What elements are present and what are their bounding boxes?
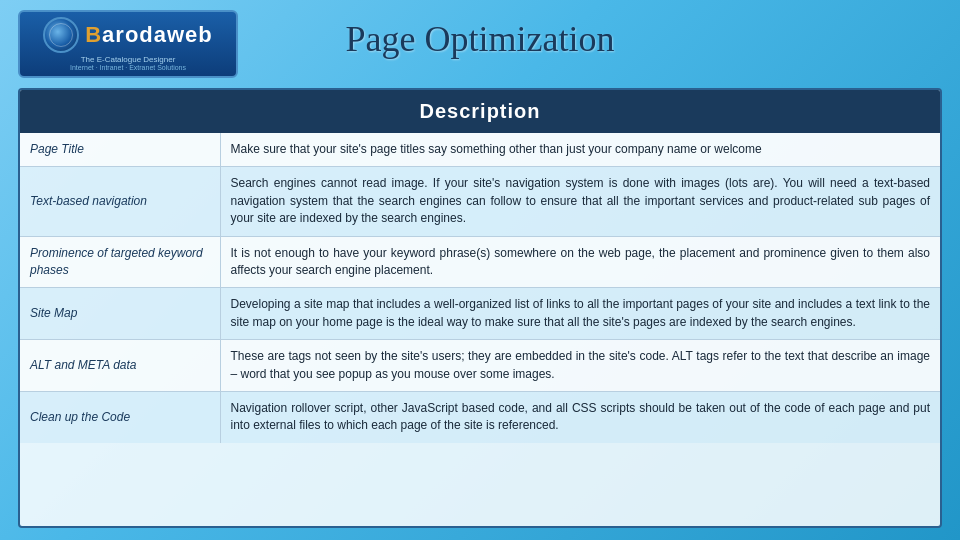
row-description: Navigation rollover script, other JavaSc… (220, 391, 940, 442)
row-description: Developing a site map that includes a we… (220, 288, 940, 340)
page-title: Page Optimization (0, 18, 960, 60)
row-label: ALT and META data (20, 340, 220, 392)
row-description: Search engines cannot read image. If you… (220, 167, 940, 236)
table-row: Prominence of targeted keyword phasesIt … (20, 236, 940, 288)
row-label: Text-based navigation (20, 167, 220, 236)
row-label: Page Title (20, 133, 220, 167)
table-row: ALT and META dataThese are tags not seen… (20, 340, 940, 392)
row-label: Site Map (20, 288, 220, 340)
row-description: These are tags not seen by the site's us… (220, 340, 940, 392)
table-row: Text-based navigationSearch engines cann… (20, 167, 940, 236)
table-row: Clean up the CodeNavigation rollover scr… (20, 391, 940, 442)
row-label: Prominence of targeted keyword phases (20, 236, 220, 288)
table-header: Description (20, 90, 940, 133)
table-row: Site MapDeveloping a site map that inclu… (20, 288, 940, 340)
logo-sub: Internet · Intranet · Extranet Solutions (70, 64, 186, 71)
data-table: Page TitleMake sure that your site's pag… (20, 133, 940, 443)
row-description: Make sure that your site's page titles s… (220, 133, 940, 167)
row-description: It is not enough to have your keyword ph… (220, 236, 940, 288)
row-label: Clean up the Code (20, 391, 220, 442)
table-container: Description Page TitleMake sure that you… (18, 88, 942, 528)
table-row: Page TitleMake sure that your site's pag… (20, 133, 940, 167)
